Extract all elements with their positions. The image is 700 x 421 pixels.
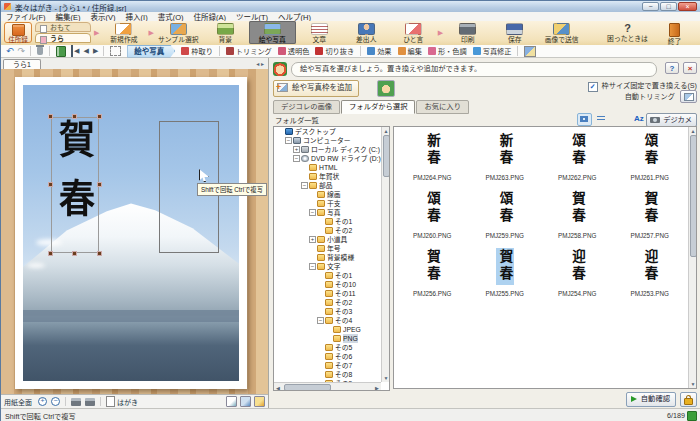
maximize-button[interactable]: □ [660, 2, 677, 11]
tree-horizontal-scrollbar[interactable]: ◀ ▶ [274, 382, 381, 390]
thumbnail-item[interactable]: 賀春PMJ255.PNG [469, 245, 542, 303]
tree-node[interactable]: −DVD RW ドライブ (D:) [274, 154, 389, 163]
panel-tab-デジコレの画像[interactable]: デジコレの画像 [273, 100, 340, 114]
tree-node[interactable]: その8 [274, 370, 389, 379]
thumbnail-scrollbar[interactable]: ▲ ▼ [688, 127, 696, 388]
tree-node[interactable]: 背景模様 [274, 253, 389, 262]
tree-node[interactable]: PNG [274, 334, 389, 343]
redo-icon[interactable]: ↷ [18, 45, 26, 57]
thumbnail-item[interactable]: 賀春PMJ257.PNG [614, 187, 687, 245]
auto-trim-button[interactable] [680, 90, 697, 103]
new-document-button[interactable]: 新規作成 [100, 21, 147, 44]
panel-tab-フォルダから選択[interactable]: フォルダから選択 [341, 100, 415, 114]
tab-scroll-arrows[interactable]: ◂ ▸ [256, 60, 264, 67]
thumbnail-item[interactable]: 迎春PMJ254.PNG [541, 245, 614, 303]
resize-handle[interactable] [97, 182, 102, 187]
tree-node[interactable]: その5 [274, 343, 389, 352]
tab-back-side[interactable]: うら [35, 33, 91, 43]
tree-node[interactable]: その7 [274, 361, 389, 370]
address-list-icon[interactable] [56, 46, 66, 57]
resize-handle[interactable] [48, 251, 53, 256]
help-button[interactable]: ? 困ったときは [604, 21, 651, 44]
tree-expander[interactable]: − [309, 209, 316, 216]
design-canvas[interactable]: 賀春 Shiftで回転 Ctrlで複写 [1, 69, 268, 394]
edit-tool-透明色[interactable]: 透明色 [278, 46, 310, 56]
thumbnail-item[interactable]: 新春PMJ263.PNG [469, 129, 542, 187]
tree-node[interactable]: その10 [274, 280, 389, 289]
print-preview-icon[interactable] [85, 398, 95, 406]
tree-node[interactable]: JPEG [274, 325, 389, 334]
export-icon[interactable] [254, 396, 265, 407]
tree-expander[interactable]: + [309, 236, 316, 243]
tree-expander[interactable]: − [317, 317, 324, 324]
panel-tab-お気に入り[interactable]: お気に入り [416, 100, 468, 114]
sender-button[interactable]: 差出人 [343, 21, 390, 44]
resize-handle[interactable] [97, 114, 102, 119]
text-button[interactable]: 文章 [296, 21, 343, 44]
edit-tool-切り抜き[interactable]: 切り抜き [315, 46, 354, 56]
tree-node[interactable]: +小道具 [274, 235, 389, 244]
tree-vertical-scrollbar[interactable]: ▲ ▼ [381, 127, 389, 382]
thumbnail-item[interactable]: 頌春PMJ262.PNG [541, 129, 614, 187]
resize-handle[interactable] [48, 114, 53, 119]
delete-icon[interactable] [37, 47, 43, 55]
save-button[interactable]: 保存 [491, 21, 538, 44]
tree-expander[interactable]: − [309, 263, 316, 270]
add-picture-frame-button[interactable]: 絵や写真枠を追加 [273, 80, 359, 97]
thumbnail-item[interactable]: 新春PMJ264.PNG [396, 129, 469, 187]
tree-node[interactable]: その3 [274, 307, 389, 316]
tree-expander[interactable]: − [293, 155, 300, 162]
tree-expander[interactable]: − [301, 182, 308, 189]
tree-node[interactable]: HTML [274, 163, 389, 172]
tree-node[interactable]: −部品 [274, 181, 389, 190]
calligraphy-object[interactable]: 賀春 [51, 117, 99, 253]
copy-page-icon[interactable] [240, 396, 251, 407]
mascot-helper-button[interactable] [377, 80, 395, 97]
tree-node[interactable]: その6 [274, 352, 389, 361]
tree-expander[interactable]: − [285, 137, 292, 144]
nav-first-icon[interactable]: ◀ [71, 45, 79, 57]
thumbnail-item[interactable]: 迎春PMJ253.PNG [614, 245, 687, 303]
paper-view-label[interactable]: 用紙全面 [4, 397, 32, 407]
tree-node[interactable]: デスクトップ [274, 127, 389, 136]
edit-tool-枠取り[interactable]: 枠取り [181, 46, 213, 56]
new-page-icon[interactable] [226, 396, 237, 407]
thumbnail-item[interactable]: 賀春PMJ256.PNG [396, 245, 469, 303]
tree-node[interactable]: 年号 [274, 244, 389, 253]
tree-node[interactable]: その2 [274, 298, 389, 307]
message-button[interactable]: ひと言 [390, 21, 437, 44]
thumbnail-item[interactable]: 頌春PMJ259.PNG [469, 187, 542, 245]
auto-confirm-button[interactable]: 自動確認 [626, 392, 676, 407]
picture-button[interactable]: 絵や写真 [249, 21, 296, 44]
zoom-out-icon[interactable]: − [51, 397, 60, 406]
print-icon[interactable] [71, 398, 81, 406]
tab-front-side[interactable]: おもて [35, 22, 91, 32]
minimize-button[interactable]: − [642, 2, 659, 11]
thumbnail-item[interactable]: 頌春PMJ260.PNG [396, 187, 469, 245]
edit-tool-写真修正[interactable]: 写真修正 [473, 46, 512, 56]
edit-tool-編集[interactable]: 編集 [398, 46, 422, 56]
tree-node[interactable]: 年賀状 [274, 172, 389, 181]
tree-node[interactable]: −文字 [274, 262, 389, 271]
exit-button[interactable]: 終了 [651, 21, 698, 44]
edit-tool-効果[interactable]: 効果 [367, 46, 391, 56]
tree-node[interactable]: その1 [274, 217, 389, 226]
thumbnail-item[interactable]: 頌春PMJ261.PNG [614, 129, 687, 187]
background-button[interactable]: 背景 [202, 21, 249, 44]
resize-handle[interactable] [72, 251, 77, 256]
tree-node[interactable]: +ローカル ディスク (C:) [274, 145, 389, 154]
print-button[interactable]: 印刷 [444, 21, 491, 44]
panel-close-button[interactable]: × [683, 62, 697, 74]
undo-icon[interactable]: ↶ [6, 45, 14, 57]
tree-expander[interactable]: + [293, 146, 300, 153]
tree-node[interactable]: 干支 [274, 199, 389, 208]
list-view-icon[interactable] [594, 113, 609, 126]
zoom-in-icon[interactable]: + [38, 397, 47, 406]
thumbnail-item[interactable]: 賀春PMJ258.PNG [541, 187, 614, 245]
photo-frame-icon[interactable] [524, 46, 536, 57]
address-book-button[interactable]: 住所録 [4, 22, 32, 43]
sample-select-button[interactable]: サンプル選択 [155, 21, 202, 44]
resize-handle[interactable] [97, 251, 102, 256]
resize-handle[interactable] [48, 182, 53, 187]
grid-view-icon[interactable] [577, 113, 592, 126]
